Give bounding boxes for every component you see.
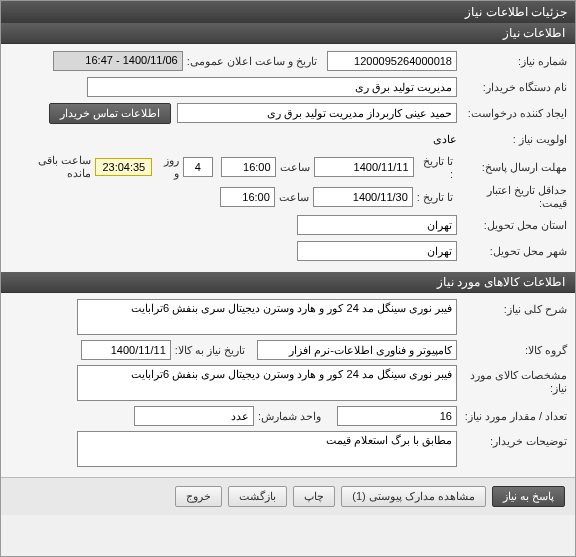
deadline-send-label: مهلت ارسال پاسخ: xyxy=(457,161,567,174)
deadline-credit-label: حداقل تاریخ اعتبار قیمت: xyxy=(457,184,567,210)
section1-content: شماره نیاز: تاریخ و ساعت اعلان عمومی: 14… xyxy=(1,44,575,272)
product-spec-field[interactable]: فیبر نوری سینگل مد 24 کور و هارد وسترن د… xyxy=(77,365,457,401)
announce-date-label: تاریخ و ساعت اعلان عمومی: xyxy=(183,55,321,68)
need-number-field[interactable] xyxy=(327,51,457,71)
announce-date-field: 1400/11/06 - 16:47 xyxy=(53,51,183,71)
requester-label: ایجاد کننده درخواست: xyxy=(457,107,567,120)
print-button[interactable]: چاپ xyxy=(293,486,335,507)
province-label: استان محل تحویل: xyxy=(457,219,567,232)
need-number-label: شماره نیاز: xyxy=(457,55,567,68)
contact-buyer-button[interactable]: اطلاعات تماس خریدار xyxy=(49,103,171,124)
province-field[interactable] xyxy=(297,215,457,235)
respond-button[interactable]: پاسخ به نیاز xyxy=(492,486,565,507)
buyer-org-field[interactable] xyxy=(87,77,457,97)
quantity-field[interactable] xyxy=(337,406,457,426)
deadline-time1-field[interactable] xyxy=(221,157,276,177)
until-date-label1: تا تاریخ : xyxy=(414,155,457,180)
product-spec-label: مشخصات کالای مورد نیاز: xyxy=(457,365,567,395)
exit-button[interactable]: خروج xyxy=(175,486,222,507)
need-desc-field[interactable]: فیبر نوری سینگل مد 24 کور و هارد وسترن د… xyxy=(77,299,457,335)
time-label2: ساعت xyxy=(275,191,313,204)
window-titlebar: جزئیات اطلاعات نیاز xyxy=(1,1,575,23)
window-title: جزئیات اطلاعات نیاز xyxy=(465,5,567,19)
time-remain-field: 23:04:35 xyxy=(95,158,152,176)
section2-content: پایگاه اطلاع رسانی مناقصات و مزایدات ۰۲۱… xyxy=(1,293,575,477)
priority-label: اولویت نیاز : xyxy=(457,133,567,146)
days-remain-field xyxy=(183,157,213,177)
deadline-time2-field[interactable] xyxy=(220,187,275,207)
city-label: شهر محل تحویل: xyxy=(457,245,567,258)
time-label1: ساعت xyxy=(276,161,314,174)
back-button[interactable]: بازگشت xyxy=(228,486,287,507)
hours-remain-label: ساعت باقی مانده xyxy=(9,154,95,180)
days-and-label: روز و xyxy=(152,154,183,180)
need-date-product-field[interactable] xyxy=(81,340,171,360)
section1-header: اطلاعات نیاز xyxy=(1,23,575,44)
section2-header: اطلاعات کالاهای مورد نیاز xyxy=(1,272,575,293)
buyer-org-label: نام دستگاه خریدار: xyxy=(457,81,567,94)
section1-title: اطلاعات نیاز xyxy=(503,26,565,40)
city-field[interactable] xyxy=(297,241,457,261)
deadline-date2-field[interactable] xyxy=(313,187,413,207)
main-window: جزئیات اطلاعات نیاز اطلاعات نیاز شماره ن… xyxy=(0,0,576,557)
priority-value: عادی xyxy=(433,133,457,146)
buyer-notes-field[interactable]: مطابق با برگ استعلام قیمت xyxy=(77,431,457,467)
product-group-field[interactable] xyxy=(257,340,457,360)
attachments-button[interactable]: مشاهده مدارک پیوستی (1) xyxy=(341,486,486,507)
product-group-label: گروه کالا: xyxy=(457,344,567,357)
requester-field[interactable] xyxy=(177,103,457,123)
until-date-label2: تا تاریخ : xyxy=(413,191,457,204)
buyer-notes-label: توضیحات خریدار: xyxy=(457,431,567,448)
section2-title: اطلاعات کالاهای مورد نیاز xyxy=(437,275,565,289)
need-date-product-label: تاریخ نیاز به کالا: xyxy=(171,344,249,357)
deadline-date1-field[interactable] xyxy=(314,157,414,177)
unit-label: واحد شمارش: xyxy=(254,410,325,423)
quantity-label: تعداد / مقدار مورد نیاز: xyxy=(457,410,567,423)
need-desc-label: شرح کلی نیاز: xyxy=(457,299,567,316)
unit-field[interactable] xyxy=(134,406,254,426)
buttons-bar: پاسخ به نیاز مشاهده مدارک پیوستی (1) چاپ… xyxy=(1,477,575,515)
